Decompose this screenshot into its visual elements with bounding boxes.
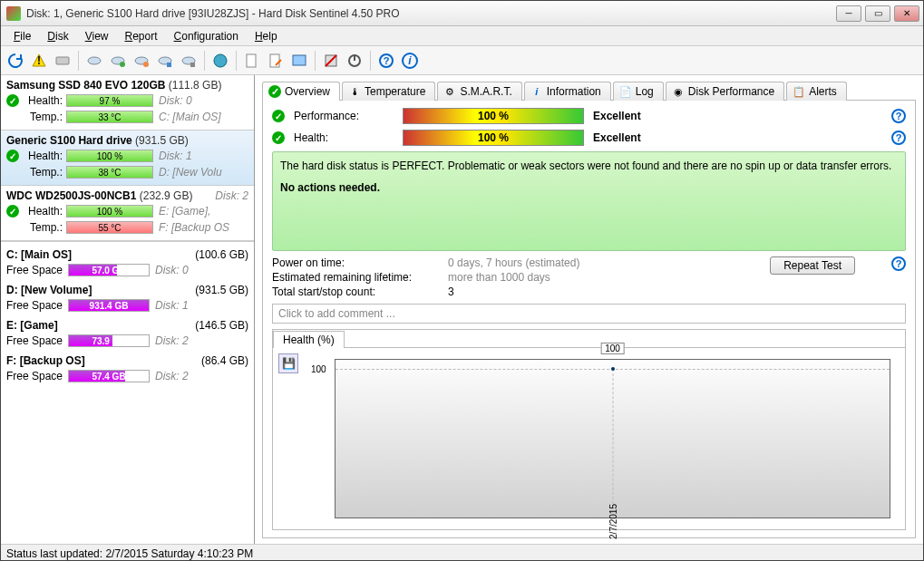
health-label: Health: [24,205,63,218]
report-web-icon[interactable] [288,50,310,72]
alert-icon[interactable]: ! [28,50,50,72]
menu-report[interactable]: Report [118,28,165,44]
svg-point-7 [143,62,149,67]
chart-y-tick: 100 [311,364,326,374]
disk-index-label: Disk: 1 [155,299,189,312]
drive-label: Disk: 1 [159,150,192,162]
status-box: The hard disk status is PERFECT. Problem… [272,151,906,251]
ok-icon: ✓ [272,110,285,122]
chart-tab-health[interactable]: Health (%) [273,331,345,348]
minimize-button[interactable]: ─ [836,5,861,22]
volume-item[interactable]: F: [Backup OS](86.4 GB) Free Space57.4 G… [1,352,254,387]
comment-input[interactable]: Click to add comment ... [272,304,906,324]
svg-point-12 [214,54,227,67]
menu-help[interactable]: Help [248,28,285,44]
refresh-icon[interactable] [5,50,26,72]
temp-bar: 33 °C [66,111,153,123]
svg-rect-14 [270,54,279,67]
disk-test5-icon[interactable] [178,50,199,72]
repeat-test-button[interactable]: Repeat Test [770,256,855,275]
startstop-label: Total start/stop count: [272,285,412,298]
disk-item[interactable]: WDC WD2500JS-00NCB1 (232.9 GB)Disk: 2 ✓H… [1,186,254,241]
close-button[interactable]: ✕ [894,5,919,22]
tab-smart[interactable]: ⚙S.M.A.R.T. [437,82,521,101]
power-icon[interactable] [344,50,365,72]
menu-configuration[interactable]: Configuration [167,28,246,44]
help-performance-icon[interactable]: ? [891,109,906,123]
maximize-button[interactable]: ▭ [865,5,890,22]
title-bar: Disk: 1, Generic S100 Hard drive [93IU28… [1,1,923,26]
menu-bar: File Disk View Report Configuration Help [1,26,923,46]
main-panel: ✓Overview 🌡Temperature ⚙S.M.A.R.T. iInfo… [255,75,923,544]
tab-information[interactable]: iInformation [524,82,611,101]
health-bar: 100 % [66,205,153,218]
window-title: Disk: 1, Generic S100 Hard drive [93IU28… [26,7,836,20]
tab-overview[interactable]: ✓Overview [262,82,340,101]
tab-log[interactable]: 📄Log [613,82,664,101]
report-send-icon[interactable] [265,50,287,72]
stats-row: Power on time: Estimated remaining lifet… [272,256,906,298]
svg-rect-11 [190,63,195,67]
startstop-value: 3 [448,285,579,298]
health-bar: 100 % [66,150,153,162]
disk-item[interactable]: Generic S100 Hard drive (931.5 GB) ✓Heal… [1,131,254,186]
tab-alerts[interactable]: 📋Alerts [786,82,847,101]
ok-icon: ✓ [6,150,19,162]
performance-label: Performance: [294,110,394,122]
save-chart-icon[interactable]: 💾 [278,353,298,373]
chart-point-label: 100 [600,343,625,354]
temp-bar: 38 °C [66,166,153,179]
volume-item[interactable]: E: [Game](146.5 GB) Free Space73.9 GBDis… [1,316,254,352]
svg-point-5 [120,62,125,67]
disk-index-label: Disk: 2 [155,370,189,382]
free-space-bar: 57.4 GB [68,370,150,382]
thermometer-icon: 🌡 [348,85,361,98]
tab-disk-performance[interactable]: ◉Disk Performance [666,82,784,101]
disk-item[interactable]: Samsung SSD 840 EVO 120GB (111.8 GB) ✓He… [1,75,254,131]
status-bar: Status last updated: 2/7/2015 Saturday 4… [1,544,923,561]
temp-label: Temp.: [24,111,63,123]
temp-label: Temp.: [24,221,63,234]
health-row: ✓ Health: 100 % Excellent ? [272,130,906,146]
free-space-bar: 931.4 GB [68,299,150,312]
disk-test2-icon[interactable] [107,50,129,72]
health-bar: 97 % [66,94,153,107]
health-chart: Health (%) 💾 100 100 2/7/2015 [272,329,906,530]
help-health-icon[interactable]: ? [891,131,906,145]
disk-icon[interactable] [52,50,73,72]
disk-test1-icon[interactable] [83,50,105,72]
svg-point-3 [88,57,101,64]
menu-view[interactable]: View [78,28,116,44]
tab-temperature[interactable]: 🌡Temperature [342,82,435,101]
health-label: Health: [24,150,63,162]
free-space-label: Free Space [6,299,68,312]
health-verdict: Excellent [593,131,641,144]
free-space-bar: 73.9 GB [68,334,150,347]
settings-icon[interactable] [320,50,342,72]
volume-item[interactable]: C: [Main OS](100.6 GB) Free Space57.0 GB… [1,246,254,281]
chart-x-tick: 2/7/2015 [608,504,618,539]
ok-icon: ✓ [272,131,285,144]
help-stats-icon[interactable]: ? [891,256,906,271]
volume-item[interactable]: D: [New Volume](931.5 GB) Free Space931.… [1,281,254,316]
chart-plot: 100 2/7/2015 [335,359,890,518]
svg-rect-2 [56,57,69,64]
info-icon[interactable]: i [399,50,421,72]
free-space-bar: 57.0 GB [68,264,150,276]
globe-icon[interactable] [209,50,231,72]
disk-test3-icon[interactable] [131,50,152,72]
ok-icon: ✓ [6,94,19,107]
performance-row: ✓ Performance: 100 % Excellent ? [272,108,906,124]
disk-index-label: Disk: 0 [155,264,189,276]
menu-file[interactable]: File [6,28,38,44]
remaining-value: more than 1000 days [448,271,579,284]
free-space-label: Free Space [6,334,68,347]
report-icon[interactable] [241,50,263,72]
gauge-icon: ◉ [672,85,685,98]
help-icon[interactable]: ? [375,50,397,72]
menu-disk[interactable]: Disk [40,28,75,44]
smart-icon: ⚙ [443,85,456,98]
disk-test4-icon[interactable] [154,50,176,72]
app-icon [6,6,21,21]
status-actions: No actions needed. [280,181,898,194]
